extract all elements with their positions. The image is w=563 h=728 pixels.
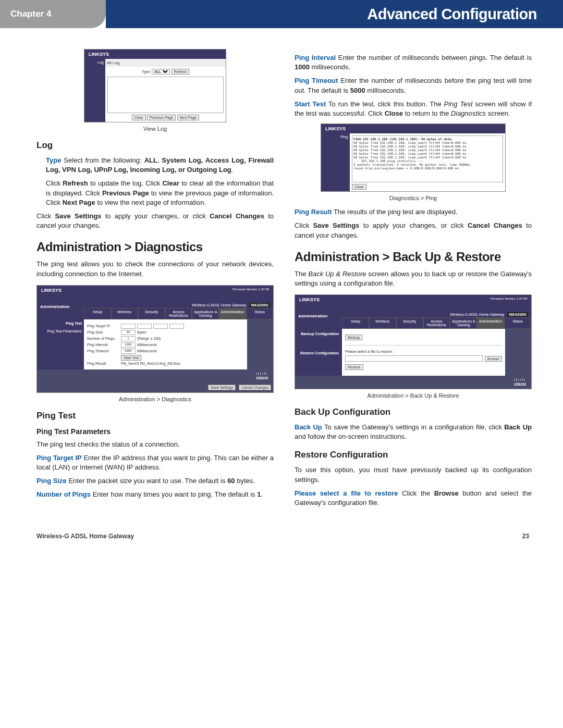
restore-config-para: Please select a file to restore Click th… [295, 489, 532, 508]
pingtest-heading: Ping Test [36, 411, 274, 421]
backup-config-para: Back Up To save the Gateway's settings i… [295, 423, 532, 441]
fig2-tabs: Setup Wireless Security Access Restricti… [84, 308, 273, 319]
fig4-restore-label: Please select a file to restore: [345, 348, 502, 355]
fig4-side2: Restore Configuration [295, 348, 342, 358]
save-changes-para: Click Save Settings to apply your change… [295, 221, 532, 240]
ping-num-para: Number of Pings Enter how many times you… [36, 490, 274, 499]
ping-interval-para: Ping Interval Enter the number of millis… [295, 53, 532, 72]
fig2-save-button[interactable]: Save Settings [208, 385, 236, 390]
ping-size-para: Ping Size Enter the packet size you want… [36, 476, 274, 486]
fig2-cancel-button[interactable]: Cancel Changes [239, 385, 271, 390]
fig3-tab: Ping [321, 133, 350, 191]
fig3-close-button[interactable]: Close [352, 184, 366, 190]
fig1-refresh-button[interactable]: Refresh [172, 69, 190, 75]
fig4-tab[interactable]: Applications & Gaming [450, 317, 477, 329]
ping-intro: The ping test checks the status of a con… [36, 440, 274, 449]
figure-backup-restore: LINKSYS Firmware Version: 1.27.08 Admini… [295, 294, 532, 389]
fig2-admin-label: Administration [37, 302, 84, 319]
ping-target-para: Ping Target IP Enter the IP address that… [36, 453, 274, 472]
fig1-log-area [107, 77, 224, 113]
log-heading: Log [36, 140, 274, 151]
figure-view-log: LINKSYS Log All Log Type: ALL Refresh Cl… [84, 49, 226, 122]
backup-intro: The Back Up & Restore screen allows you … [295, 269, 532, 288]
fig2-caption: Administration > Diagnostics [36, 396, 274, 402]
fig4-backup-button[interactable]: Backup [345, 335, 362, 340]
log-save-para: Click Save Settings to apply your change… [36, 212, 274, 230]
fig4-tab[interactable]: Access Restrictions [423, 317, 450, 329]
fig4-firmware: Firmware Version: 1.27.08 [491, 297, 527, 302]
fig2-brand: LINKSYS [41, 288, 62, 293]
log-refresh-para: Click Refresh to update the log. Click C… [46, 179, 274, 207]
fig4-tab[interactable]: Setup [342, 317, 369, 329]
right-column: Ping Interval Enter the number of millis… [295, 49, 532, 512]
fig4-file-input[interactable] [345, 355, 483, 362]
diagnostics-intro: The ping test allows you to check the co… [36, 260, 274, 278]
fig2-tab[interactable]: Setup [84, 308, 111, 319]
start-test-para: Start Test To run the test, click this b… [295, 100, 532, 118]
fig1-tab: Log [84, 59, 105, 67]
fig1-next-button[interactable]: Next Page [177, 115, 200, 120]
fig3-caption: Diagnostics > Ping [295, 195, 532, 201]
page-header: Chapter 4 Advanced Configuration [0, 0, 563, 28]
fig4-brand: LINKSYS [299, 297, 320, 302]
fig4-tabs: Setup Wireless Security Access Restricti… [342, 317, 531, 329]
fig2-tab[interactable]: Security [138, 308, 165, 319]
log-type-para: Type Select from the following: ALL, Sys… [46, 156, 274, 175]
chapter-label: Chapter 4 [0, 0, 106, 28]
fig2-tab[interactable]: Wireless [111, 308, 138, 319]
left-column: LINKSYS Log All Log Type: ALL Refresh Cl… [36, 49, 274, 512]
footer-product: Wireless-G ADSL Home Gateway [36, 533, 134, 540]
fig3-output: PING 192.168.1.100 (192.168.1.100): 60 b… [352, 135, 503, 182]
ping-timeout-para: Ping Timeout Enter the number of millise… [295, 76, 532, 95]
fig2-start-button[interactable]: Start Test [121, 355, 141, 361]
fig1-caption: View Log [36, 126, 274, 132]
fig2-tab[interactable]: Administration [219, 308, 246, 319]
ping-result-para: Ping Result The results of the ping test… [295, 207, 532, 217]
fig4-tab[interactable]: Security [396, 317, 423, 329]
fig4-tab[interactable]: Status [504, 317, 531, 329]
fig1-brand: LINKSYS [84, 50, 226, 59]
fig4-browse-button[interactable]: Browse [485, 356, 502, 362]
backup-config-heading: Back Up Configuration [295, 407, 532, 417]
fig1-panel: All Log [105, 59, 226, 67]
fig2-side1: Ping Test [37, 319, 84, 327]
fig4-tab[interactable]: Administration [477, 317, 504, 329]
fig4-admin-label: Administration [295, 312, 342, 329]
fig4-side1: Backup Configuration [295, 329, 342, 339]
fig1-clear-button[interactable]: Clear [132, 115, 146, 120]
page-footer: Wireless-G ADSL Home Gateway 23 [0, 527, 563, 556]
restore-config-heading: Restore Configuration [295, 450, 532, 460]
page-title: Advanced Configuration [106, 0, 563, 28]
fig4-restore-button[interactable]: Restore [345, 364, 363, 370]
backup-heading: Administration > Back Up & Restore [295, 250, 532, 264]
fig1-prev-button[interactable]: Previous Page [147, 115, 176, 120]
figure-ping-result: LINKSYS Ping PING 192.168.1.100 (192.168… [321, 124, 506, 192]
fig1-type-label: Type: [142, 70, 151, 73]
restore-config-intro: To use this option, you must have previo… [295, 465, 532, 484]
figure-diagnostics: LINKSYS Firmware Version: 1.27.08 Admini… [36, 285, 274, 393]
pingparams-heading: Ping Test Parameters [36, 427, 274, 436]
fig2-tab[interactable]: Applications & Gaming [192, 308, 219, 319]
fig2-tab[interactable]: Access Restrictions [165, 308, 192, 319]
diagnostics-heading: Administration > Diagnostics [36, 240, 274, 254]
fig2-tab[interactable]: Status [246, 308, 273, 319]
footer-page-number: 23 [522, 533, 529, 540]
fig2-firmware: Firmware Version: 1.27.08 [232, 288, 269, 293]
fig3-brand: LINKSYS [321, 124, 505, 133]
fig1-type-select[interactable]: ALL [152, 69, 170, 75]
page-body: LINKSYS Log All Log Type: ALL Refresh Cl… [0, 28, 563, 527]
fig4-tab[interactable]: Wireless [369, 317, 396, 329]
fig4-caption: Administration > Back Up & Restore [295, 392, 532, 399]
fig2-side2: Ping Test Parameters [37, 327, 84, 335]
